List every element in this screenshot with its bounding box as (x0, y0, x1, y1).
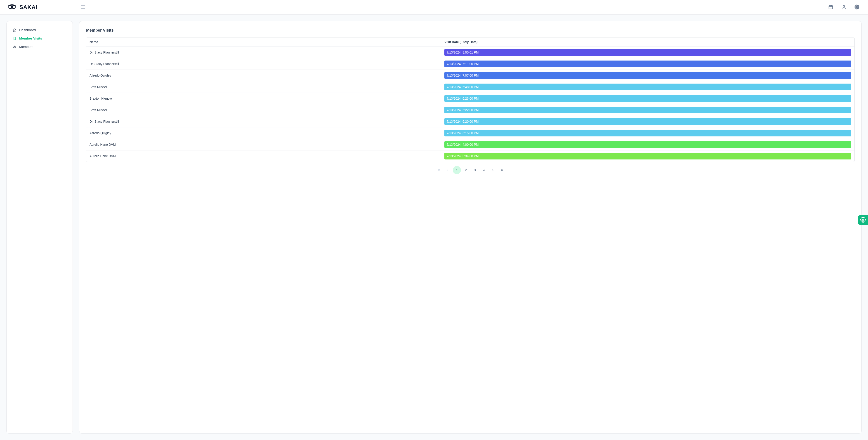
page-title: Member Visits (86, 28, 855, 33)
svg-point-19 (15, 46, 16, 46)
table-row[interactable]: Brett Russel7/13/2024, 6:48:00 PM (86, 81, 855, 93)
topbar: SAKAI (0, 0, 868, 15)
page-first (435, 166, 443, 174)
profile-button[interactable] (840, 3, 848, 11)
cell-name: Alfredo Quigley (86, 70, 441, 81)
table-row[interactable]: Brett Russel7/13/2024, 6:22:00 PM (86, 104, 855, 116)
page-prev (444, 166, 452, 174)
main-content: Member Visits Name Visit Date (Entry Dat… (79, 21, 862, 434)
cell-name: Alfredo Quigley (86, 127, 441, 139)
cell-visit-date: 7/13/2024, 7:11:00 PM (441, 58, 855, 70)
brand-text: SAKAI (20, 4, 37, 10)
cell-name: Aurelio Hane DVM (86, 139, 441, 150)
table-row[interactable]: Alfredo Quigley7/13/2024, 7:07:00 PM (86, 70, 855, 81)
cell-name: Brett Russel (86, 81, 441, 93)
cell-name: Brett Russel (86, 104, 441, 116)
table-row[interactable]: Dr. Stacy Pfannerstill7/13/2024, 8:05:01… (86, 47, 855, 58)
sidebar-item-label: Member Visits (19, 36, 42, 40)
page-last[interactable] (498, 166, 506, 174)
cell-name: Braxton Nienow (86, 93, 441, 104)
table-row[interactable]: Braxton Nienow7/13/2024, 6:23:00 PM (86, 93, 855, 104)
page-4[interactable]: 4 (480, 166, 488, 174)
cell-name: Aurelio Hane DVM (86, 150, 441, 162)
cell-visit-date: 7/13/2024, 6:22:00 PM (441, 104, 855, 116)
cell-visit-date: 7/13/2024, 8:05:01 PM (441, 47, 855, 58)
user-icon (841, 4, 846, 10)
date-badge: 7/13/2024, 3:34:00 PM (444, 153, 851, 160)
cell-visit-date: 7/13/2024, 6:15:00 PM (441, 127, 855, 139)
home-icon (13, 28, 17, 32)
cell-name: Dr. Stacy Pfannerstill (86, 116, 441, 127)
cell-visit-date: 7/13/2024, 7:07:00 PM (441, 70, 855, 81)
cell-visit-date: 7/13/2024, 3:34:00 PM (441, 150, 855, 162)
gear-icon (860, 217, 866, 224)
svg-rect-5 (829, 5, 833, 9)
svg-point-18 (14, 46, 15, 46)
page-prev-icon (446, 169, 450, 172)
brand-area[interactable]: SAKAI (7, 3, 80, 12)
date-badge: 7/13/2024, 6:20:00 PM (444, 118, 851, 125)
date-badge: 7/13/2024, 7:07:00 PM (444, 72, 851, 79)
table-header: Name Visit Date (Entry Date) (86, 37, 855, 47)
date-badge: 7/13/2024, 4:00:00 PM (444, 141, 851, 148)
page-last-icon (500, 169, 504, 172)
cell-name: Dr. Stacy Pfannerstill (86, 47, 441, 58)
date-badge: 7/13/2024, 6:22:00 PM (444, 107, 851, 113)
paginator: 1234 (86, 166, 855, 174)
settings-button[interactable] (853, 3, 861, 11)
calendar-icon (828, 4, 833, 10)
cell-visit-date: 7/13/2024, 6:20:00 PM (441, 116, 855, 127)
sidebar-item-dashboard[interactable]: Dashboard (8, 26, 71, 34)
sidebar-item-label: Dashboard (19, 28, 36, 32)
date-badge: 7/13/2024, 6:15:00 PM (444, 130, 851, 136)
brand-logo-icon (7, 3, 17, 12)
page-3[interactable]: 3 (471, 166, 479, 174)
gear-icon (855, 4, 860, 10)
table-row[interactable]: Alfredo Quigley7/13/2024, 6:15:00 PM (86, 127, 855, 139)
page-next[interactable] (489, 166, 497, 174)
page-next-icon (491, 169, 495, 172)
member-visits-table: Name Visit Date (Entry Date) Dr. Stacy P… (86, 37, 855, 162)
table-row[interactable]: Dr. Stacy Pfannerstill7/13/2024, 7:11:00… (86, 58, 855, 70)
sidebar-item-label: Members (19, 45, 33, 48)
layout-config-button[interactable] (858, 215, 868, 225)
sidebar: DashboardMember VisitsMembers (6, 21, 73, 434)
bars-icon (81, 7, 86, 10)
users-icon (13, 45, 17, 48)
date-badge: 7/13/2024, 8:05:01 PM (444, 49, 851, 56)
svg-point-9 (843, 5, 844, 7)
page-1[interactable]: 1 (453, 166, 461, 174)
table-row[interactable]: Aurelio Hane DVM7/13/2024, 3:34:00 PM (86, 150, 855, 162)
svg-rect-11 (14, 37, 16, 40)
table-row[interactable]: Aurelio Hane DVM7/13/2024, 4:00:00 PM (86, 139, 855, 150)
date-badge: 7/13/2024, 6:23:00 PM (444, 95, 851, 102)
building-icon (13, 37, 17, 40)
svg-point-20 (862, 219, 864, 221)
page-first-icon (437, 169, 440, 172)
cell-visit-date: 7/13/2024, 6:23:00 PM (441, 93, 855, 104)
menu-toggle-button[interactable] (80, 4, 86, 11)
svg-point-1 (11, 6, 13, 8)
cell-name: Dr. Stacy Pfannerstill (86, 58, 441, 70)
column-header-visit-date[interactable]: Visit Date (Entry Date) (441, 37, 855, 46)
cell-visit-date: 7/13/2024, 4:00:00 PM (441, 139, 855, 150)
sidebar-item-member-visits[interactable]: Member Visits (8, 34, 71, 42)
sidebar-item-members[interactable]: Members (8, 42, 71, 51)
date-badge: 7/13/2024, 7:11:00 PM (444, 61, 851, 67)
cell-visit-date: 7/13/2024, 6:48:00 PM (441, 81, 855, 93)
calendar-button[interactable] (827, 3, 835, 11)
column-header-name[interactable]: Name (86, 37, 441, 46)
date-badge: 7/13/2024, 6:48:00 PM (444, 83, 851, 90)
svg-point-10 (856, 6, 858, 8)
page-2[interactable]: 2 (462, 166, 470, 174)
table-row[interactable]: Dr. Stacy Pfannerstill7/13/2024, 6:20:00… (86, 116, 855, 127)
